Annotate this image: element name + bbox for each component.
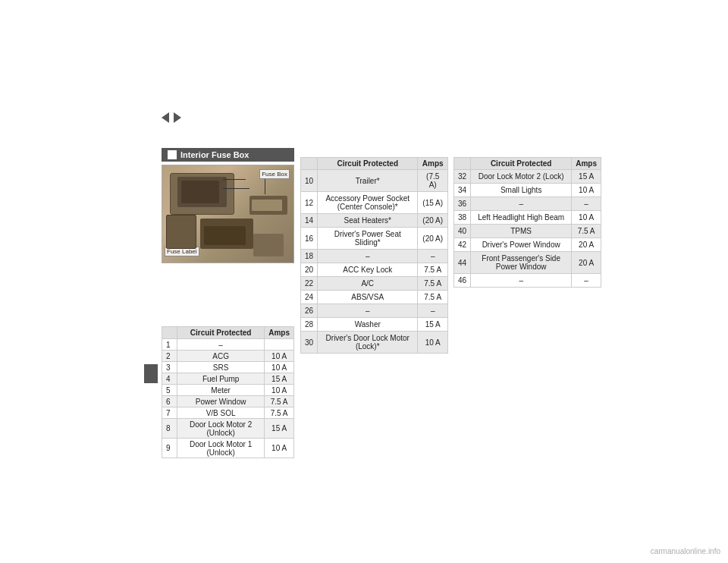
middle-table-num: 16 [301, 228, 318, 250]
right-table-circuit: TPMS [471, 225, 572, 238]
right-table-num: 38 [454, 211, 471, 225]
middle-table-amps: 7.5 A [418, 263, 448, 277]
interior-fuse-box-section: Interior Fuse Box Fuse Box Fuse Label [162, 148, 294, 263]
section-title-text: Interior Fuse Box [180, 150, 249, 159]
right-table-num: 34 [454, 184, 471, 197]
small-table-num: 2 [162, 351, 177, 362]
small-table-circuit: – [177, 339, 265, 351]
small-table-amps: 10 A [265, 362, 294, 373]
middle-table-amps: (7.5 A) [418, 170, 448, 192]
middle-table-amps: (20 A) [418, 214, 448, 228]
middle-table-row: 10 Trailer* (7.5 A) [301, 170, 448, 192]
right-table-header-amps: Amps [572, 158, 601, 170]
small-table-row: 1 – [162, 339, 294, 351]
middle-table-amps: (15 A) [418, 192, 448, 214]
small-table-header-circuit: Circuit Protected [177, 327, 265, 339]
middle-table-row: 16 Driver's Power Seat Sliding* (20 A) [301, 228, 448, 250]
small-table-header-amps: Amps [265, 327, 294, 339]
middle-table-num: 12 [301, 192, 318, 214]
page-container: Interior Fuse Box Fuse Box Fuse Label [0, 0, 728, 563]
small-table-amps: 10 A [265, 439, 294, 458]
middle-table-num: 22 [301, 277, 318, 291]
right-table-amps: – [572, 274, 601, 288]
section-title: Interior Fuse Box [162, 148, 294, 162]
fuse-box-image: Fuse Box Fuse Label [162, 165, 294, 263]
small-table-circuit: Power Window [177, 396, 265, 407]
section-title-icon [168, 150, 177, 159]
small-fuse-table-element: Circuit Protected Amps 1 – 2 ACG 10 A 3 … [162, 326, 294, 458]
small-table-row: 5 Meter 10 A [162, 385, 294, 396]
middle-table-row: 14 Seat Heaters* (20 A) [301, 214, 448, 228]
right-table-amps: 10 A [572, 184, 601, 197]
middle-table-amps: (20 A) [418, 228, 448, 250]
small-table-header-num [162, 327, 177, 339]
middle-fuse-table-element: Circuit Protected Amps 10 Trailer* (7.5 … [300, 157, 448, 354]
small-table-amps [265, 339, 294, 351]
right-table-circuit: – [471, 197, 572, 211]
middle-table-amps: 15 A [418, 318, 448, 332]
right-table-row: 36 – – [454, 197, 601, 211]
middle-table-num: 26 [301, 304, 318, 318]
right-table-circuit: Driver's Power Window [471, 238, 572, 252]
small-table-row: 4 Fuel Pump 15 A [162, 373, 294, 385]
footer-text: carmanualonline.info [651, 547, 720, 555]
middle-table-circuit: A/C [318, 277, 418, 291]
right-table-row: 38 Left Headlight High Beam 10 A [454, 211, 601, 225]
right-table-row: 32 Door Lock Motor 2 (Lock) 15 A [454, 170, 601, 184]
small-table-amps: 7.5 A [265, 396, 294, 407]
middle-table-amps: 7.5 A [418, 291, 448, 304]
right-table-row: 34 Small Lights 10 A [454, 184, 601, 197]
middle-table-num: 10 [301, 170, 318, 192]
right-table-row: 46 – – [454, 274, 601, 288]
middle-table-num: 20 [301, 263, 318, 277]
middle-table-circuit: – [318, 304, 418, 318]
page-indicator-bar [144, 364, 158, 383]
nav-arrow-right-icon[interactable] [174, 112, 181, 123]
small-table-num: 1 [162, 339, 177, 351]
right-table-header-num [454, 158, 471, 170]
small-table-row: 6 Power Window 7.5 A [162, 396, 294, 407]
right-table-amps: 20 A [572, 238, 601, 252]
right-table-amps: 15 A [572, 170, 601, 184]
middle-table-num: 18 [301, 250, 318, 263]
small-table-row: 2 ACG 10 A [162, 351, 294, 362]
middle-table-row: 26 – – [301, 304, 448, 318]
small-table-num: 4 [162, 373, 177, 385]
right-table-row: 40 TPMS 7.5 A [454, 225, 601, 238]
fuse-box-image-inner: Fuse Box Fuse Label [162, 165, 293, 263]
middle-table-amps: 10 A [418, 332, 448, 354]
middle-table-circuit: Seat Heaters* [318, 214, 418, 228]
middle-table-num: 30 [301, 332, 318, 354]
right-fuse-table-element: Circuit Protected Amps 32 Door Lock Moto… [453, 157, 601, 288]
right-table-amps: – [572, 197, 601, 211]
right-table-circuit: Left Headlight High Beam [471, 211, 572, 225]
right-table-num: 44 [454, 252, 471, 274]
small-table-num: 6 [162, 396, 177, 407]
middle-table-circuit: – [318, 250, 418, 263]
middle-table-header-num [301, 158, 318, 170]
middle-table-num: 24 [301, 291, 318, 304]
right-table-amps: 20 A [572, 252, 601, 274]
middle-table-row: 12 Accessory Power Socket (Center Consol… [301, 192, 448, 214]
fuse-box-label: Fuse Box [259, 169, 290, 179]
right-table-num: 40 [454, 225, 471, 238]
small-table-circuit: Fuel Pump [177, 373, 265, 385]
nav-arrow-left-icon[interactable] [162, 112, 169, 123]
right-table-circuit: Small Lights [471, 184, 572, 197]
small-table-amps: 10 A [265, 351, 294, 362]
middle-table-circuit: Washer [318, 318, 418, 332]
middle-table-header-circuit: Circuit Protected [318, 158, 418, 170]
right-table-row: 42 Driver's Power Window 20 A [454, 238, 601, 252]
right-fuse-table: Circuit Protected Amps 32 Door Lock Moto… [453, 157, 601, 288]
right-table-circuit: Front Passenger's Side Power Window [471, 252, 572, 274]
middle-table-amps: – [418, 250, 448, 263]
nav-arrows[interactable] [162, 112, 181, 123]
small-table-circuit: Door Lock Motor 2 (Unlock) [177, 419, 265, 439]
small-table-num: 8 [162, 419, 177, 439]
small-table-row: 9 Door Lock Motor 1 (Unlock) 10 A [162, 439, 294, 458]
small-table-circuit: V/B SOL [177, 407, 265, 419]
small-table-amps: 10 A [265, 385, 294, 396]
middle-table-num: 14 [301, 214, 318, 228]
small-table-amps: 7.5 A [265, 407, 294, 419]
right-table-num: 36 [454, 197, 471, 211]
